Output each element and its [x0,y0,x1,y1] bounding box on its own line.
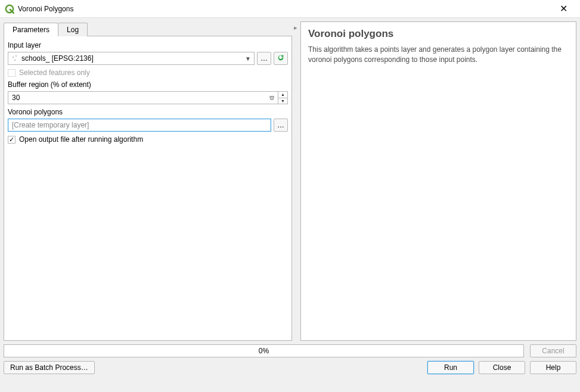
qgis-icon [5,4,14,14]
svg-point-3 [14,60,15,61]
input-layer-combo[interactable]: schools_ [EPSG:2136] ▼ [8,52,255,65]
tab-log[interactable]: Log [58,23,88,36]
left-panel: Parameters Log Input layer schools_ [EPS… [4,21,292,341]
svg-point-2 [15,55,17,57]
buffer-spinbox[interactable]: 30 ▲ ▼ [8,91,288,104]
svg-point-1 [13,57,14,58]
voronoi-output-label: Voronoi polygons [8,108,288,116]
window-title: Voronoi Polygons [18,5,73,13]
cancel-button: Cancel [530,344,576,357]
input-layer-label: Input layer [8,41,288,49]
help-title: Voronoi polygons [308,28,569,40]
buffer-clear-button[interactable] [266,92,278,104]
reload-icon [277,54,285,64]
buffer-step-up[interactable]: ▲ [278,92,287,98]
tab-parameters[interactable]: Parameters [4,23,58,36]
title-bar: Voronoi Polygons ✕ [0,0,580,18]
footer: 0% Cancel Run as Batch Process… Run Clos… [0,344,580,378]
buffer-label: Buffer region (% of extent) [8,80,288,89]
run-button[interactable]: Run [427,361,474,374]
splitter-collapse-icon[interactable]: ▸ [294,24,299,32]
progress-text: 0% [259,347,269,355]
open-output-label: Open output file after running algorithm [19,135,143,144]
open-output-checkbox[interactable] [8,136,15,144]
progress-bar: 0% [4,344,524,357]
tabs: Parameters Log [4,21,292,36]
buffer-step-down[interactable]: ▼ [278,98,287,104]
close-icon[interactable]: ✕ [551,3,575,14]
chevron-down-icon[interactable]: ▼ [243,55,253,62]
selected-only-label: Selected features only [19,69,90,77]
main-content: Parameters Log Input layer schools_ [EPS… [0,18,580,344]
help-panel: Voronoi polygons This algorithm takes a … [300,21,576,341]
help-button[interactable]: Help [530,361,576,374]
parameters-panel: Input layer schools_ [EPSG:2136] ▼ … [4,36,292,341]
input-layer-reload-button[interactable] [274,52,288,65]
voronoi-output-browse-button[interactable]: … [274,119,288,132]
voronoi-output-input[interactable]: [Create temporary layer] [8,119,271,132]
close-button[interactable]: Close [479,361,525,374]
input-layer-browse-button[interactable]: … [257,52,271,65]
point-layer-icon [11,54,19,63]
selected-only-checkbox [8,69,15,77]
input-layer-value: schools_ [EPSG:2136] [21,54,243,63]
run-batch-button[interactable]: Run as Batch Process… [4,361,95,374]
help-description: This algorithm takes a points layer and … [308,45,569,65]
buffer-value[interactable]: 30 [8,92,266,104]
voronoi-placeholder: [Create temporary layer] [12,121,89,129]
splitter[interactable]: ▸ [293,21,299,341]
